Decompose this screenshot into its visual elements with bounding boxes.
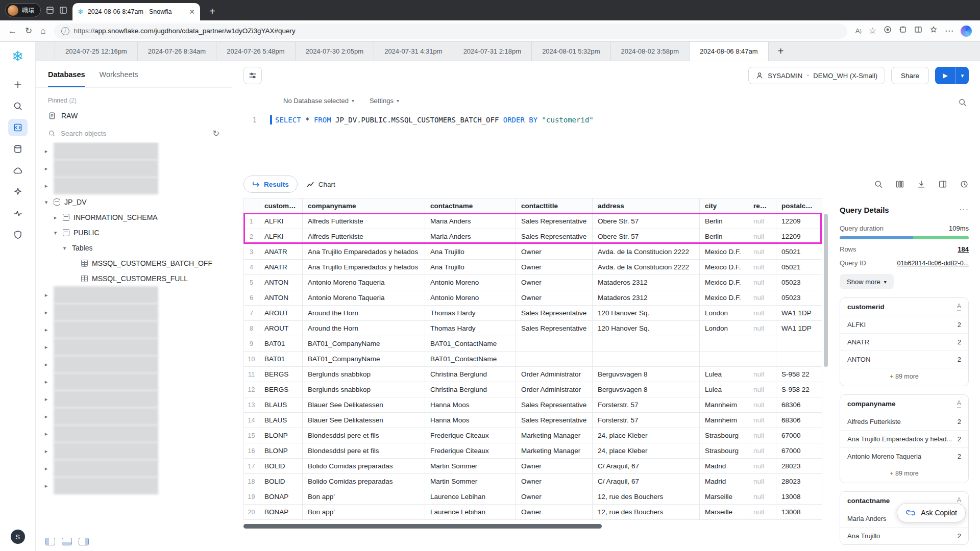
favorite-star-icon[interactable]: ☆ xyxy=(869,26,876,36)
table-cell[interactable]: WA1 1DP xyxy=(776,306,822,321)
tab-databases[interactable]: Databases xyxy=(48,61,85,87)
results-table[interactable]: customeridcompanynamecontactnamecontactt… xyxy=(243,198,822,520)
table-cell[interactable]: ALFKI xyxy=(259,214,303,229)
table-cell[interactable]: Owner xyxy=(516,459,593,474)
table-cell[interactable]: ALFKI xyxy=(259,229,303,244)
table-cell[interactable]: AROUT xyxy=(259,321,303,336)
table-cell[interactable]: Bon app' xyxy=(303,489,425,505)
table-row[interactable]: 20BONAPBon app'Laurence LebihanOwner12, … xyxy=(244,505,822,520)
table-cell[interactable]: Avda. de la Constitucion 2222 xyxy=(593,244,700,260)
table-cell[interactable]: Laurence Lebihan xyxy=(425,489,516,505)
sidebar-tree-item[interactable]: MSSQL_CUSTOMERS_BATCH_OFF xyxy=(36,256,232,271)
table-cell[interactable]: Mannheim xyxy=(700,397,748,413)
chevron-right-icon[interactable]: ▸ xyxy=(43,148,50,155)
table-row[interactable]: 18BOLIDBolido Comidas preparadasMartin S… xyxy=(244,474,822,489)
extensions-icon[interactable] xyxy=(899,26,907,36)
worksheet-tab[interactable]: 2024-08-01 5:32pm xyxy=(532,42,610,61)
read-aloud-icon[interactable]: A) xyxy=(855,27,862,35)
query-details-menu-icon[interactable]: ··· xyxy=(959,205,969,214)
column-header[interactable]: region xyxy=(748,198,776,214)
table-cell[interactable]: null xyxy=(748,306,776,321)
table-cell[interactable]: BAT01 xyxy=(259,336,303,352)
chevron-right-icon[interactable]: ▸ xyxy=(43,396,50,403)
table-cell[interactable]: Alfreds Futterkiste xyxy=(303,214,425,229)
table-cell[interactable]: BLAUS xyxy=(259,413,303,428)
rows-count-link[interactable]: 184 xyxy=(958,245,969,253)
table-cell[interactable]: Berguvsvagen 8 xyxy=(593,382,700,397)
stat-more-link[interactable]: + 89 more xyxy=(840,368,968,386)
stat-card-header[interactable]: companynameA xyxy=(840,395,968,413)
table-cell[interactable]: Owner xyxy=(516,275,593,290)
results-tab-button[interactable]: Results xyxy=(243,176,298,193)
table-cell[interactable]: Sales Representative xyxy=(516,413,593,428)
column-header[interactable]: city xyxy=(700,198,748,214)
table-row[interactable]: 16BLONPBlondesddsl pere et filsFrederiqu… xyxy=(244,443,822,459)
table-cell[interactable]: C/ Araquil, 67 xyxy=(593,474,700,489)
chevron-right-icon[interactable]: ▸ xyxy=(43,165,50,172)
table-cell[interactable]: Bon app' xyxy=(303,505,425,520)
user-avatar[interactable]: S xyxy=(11,530,25,544)
table-cell[interactable]: null xyxy=(748,397,776,413)
table-cell[interactable]: S-958 22 xyxy=(776,382,822,397)
table-cell[interactable]: Christina Berglund xyxy=(425,367,516,382)
sidebar-tree-item[interactable]: ▾PUBLIC xyxy=(36,225,232,240)
sidebar-tree-hidden-item[interactable]: ▸ xyxy=(36,390,232,408)
table-cell[interactable] xyxy=(700,336,748,352)
sidebar-tree-hidden-item[interactable]: ▸ xyxy=(36,142,232,160)
table-cell[interactable]: 05021 xyxy=(776,260,822,275)
table-cell[interactable]: Mataderos 2312 xyxy=(593,275,700,290)
sidebar-tree-hidden-item[interactable]: ▸ xyxy=(36,304,232,321)
table-cell[interactable]: Hanna Moos xyxy=(425,413,516,428)
table-row[interactable]: 10BAT01BAT01_CompanyNameBAT01_ContactNam… xyxy=(244,352,822,367)
table-cell[interactable]: BOLID xyxy=(259,474,303,489)
share-button[interactable]: Share xyxy=(891,67,929,84)
table-cell[interactable]: BOLID xyxy=(259,459,303,474)
table-cell[interactable]: 120 Hanover Sq. xyxy=(593,306,700,321)
table-row[interactable]: 13BLAUSBlauer See DelikatessenHanna Moos… xyxy=(244,397,822,413)
table-row[interactable]: 4ANATRAna Trujillo Emparedados y helados… xyxy=(244,260,822,275)
table-row[interactable]: 3ANATRAna Trujillo Emparedados y helados… xyxy=(244,244,822,260)
table-cell[interactable] xyxy=(776,352,822,367)
table-cell[interactable]: London xyxy=(700,321,748,336)
table-cell[interactable]: Ana Trujillo Emparedados y helados xyxy=(303,260,425,275)
sidebar-tree-hidden-item[interactable]: ▸ xyxy=(36,373,232,390)
table-cell[interactable] xyxy=(748,336,776,352)
table-cell[interactable]: Frederique Citeaux xyxy=(425,443,516,459)
table-cell[interactable]: null xyxy=(748,367,776,382)
table-row[interactable]: 14BLAUSBlauer See DelikatessenHanna Moos… xyxy=(244,413,822,428)
table-cell[interactable]: BLONP xyxy=(259,428,303,443)
table-cell[interactable]: Maria Anders xyxy=(425,229,516,244)
back-icon[interactable]: ← xyxy=(8,26,17,36)
rail-cloud-button[interactable] xyxy=(8,162,28,179)
run-options-caret[interactable]: ▾ xyxy=(955,67,969,84)
table-cell[interactable]: ANTON xyxy=(259,275,303,290)
column-header[interactable]: contactname xyxy=(425,198,516,214)
rail-worksheets-button[interactable] xyxy=(8,119,28,136)
stat-value-row[interactable]: Alfreds Futterkiste2 xyxy=(840,413,968,430)
table-cell[interactable] xyxy=(776,336,822,352)
table-cell[interactable]: BAT01_CompanyName xyxy=(303,352,425,367)
table-cell[interactable]: Mataderos 2312 xyxy=(593,290,700,306)
worksheet-tab[interactable]: 2024-07-31 2:18pm xyxy=(453,42,532,61)
tracking-prevention-icon[interactable] xyxy=(884,26,892,36)
table-cell[interactable]: Blondesddsl pere et fils xyxy=(303,443,425,459)
chevron-right-icon[interactable]: ▸ xyxy=(52,214,59,221)
stat-more-link[interactable]: + 89 more xyxy=(840,465,968,483)
table-cell[interactable]: Martin Sommer xyxy=(425,474,516,489)
table-cell[interactable]: C/ Araquil, 67 xyxy=(593,459,700,474)
table-cell[interactable]: Forsterstr. 57 xyxy=(593,413,700,428)
table-cell[interactable]: Martin Sommer xyxy=(425,459,516,474)
table-cell[interactable]: BERGS xyxy=(259,367,303,382)
table-cell[interactable]: 24, place Kleber xyxy=(593,443,700,459)
column-header[interactable]: customerid xyxy=(259,198,303,214)
table-cell[interactable] xyxy=(700,352,748,367)
table-cell[interactable]: Lulea xyxy=(700,367,748,382)
table-cell[interactable]: 24, place Kleber xyxy=(593,428,700,443)
stat-value-row[interactable]: Ana Trujillo Emparedados y helad...2 xyxy=(840,430,968,447)
table-cell[interactable]: Owner xyxy=(516,505,593,520)
workspaces-icon[interactable] xyxy=(46,6,54,14)
editor-options-icon[interactable] xyxy=(243,67,262,84)
table-cell[interactable]: null xyxy=(748,229,776,244)
table-cell[interactable]: Blauer See Delikatessen xyxy=(303,397,425,413)
sidebar-tree-hidden-item[interactable]: ▸ xyxy=(36,338,232,356)
